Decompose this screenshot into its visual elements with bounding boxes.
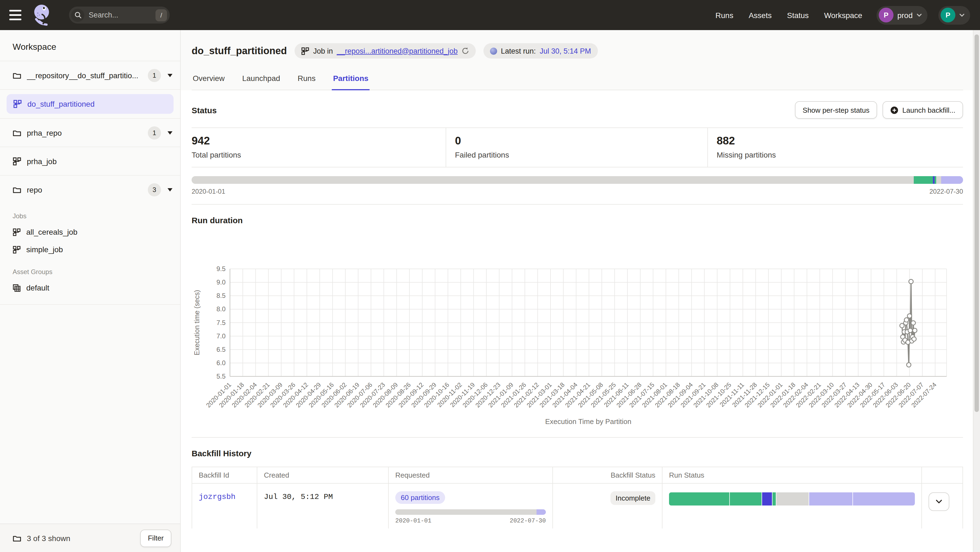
caret-down-icon[interactable]: [167, 74, 172, 77]
sidebar-item-prha-repo[interactable]: prha_repo 1: [0, 118, 180, 147]
col-created: Created: [257, 467, 388, 483]
repo-count-badge: 1: [148, 126, 161, 139]
tab-launchpad[interactable]: Launchpad: [241, 71, 282, 90]
repo-label: __repository__do_stuff_partitio...: [27, 71, 142, 79]
requested-partitions-pill[interactable]: 60 partitions: [395, 491, 445, 504]
search-icon: [71, 8, 84, 22]
chevron-down-icon: [935, 500, 942, 504]
svg-text:9.0: 9.0: [216, 278, 226, 286]
backfill-history-heading: Backfill History: [192, 449, 963, 458]
sidebar-item-prha-job[interactable]: prha_job: [0, 147, 180, 175]
latest-run-link[interactable]: Jul 30, 5:14 PM: [539, 47, 591, 55]
col-backfill-id: Backfill Id: [192, 467, 257, 483]
sidebar-item-do-stuff-partitioned[interactable]: do_stuff_partitioned: [6, 94, 173, 114]
job-icon: [13, 157, 21, 165]
caret-down-icon[interactable]: [167, 188, 172, 191]
sidebar-item-repo[interactable]: repo 3: [0, 175, 180, 203]
repo-label: prha_repo: [27, 128, 142, 137]
job-label: simple_job: [26, 245, 63, 254]
chevron-down-icon: [916, 12, 922, 18]
run-status-dot-icon: [490, 47, 497, 54]
total-partitions-label: Total partitions: [192, 151, 445, 159]
sidebar-item-simple-job[interactable]: simple_job: [0, 241, 180, 258]
backfill-id-link[interactable]: jozrgsbh: [199, 492, 235, 501]
missing-partitions-label: Missing partitions: [717, 151, 963, 159]
sidebar-item-repository-do-stuff[interactable]: __repository__do_stuff_partitio... 1: [0, 61, 180, 89]
svg-text:6.5: 6.5: [216, 346, 226, 353]
asset-group-icon: [13, 284, 21, 292]
tab-overview[interactable]: Overview: [192, 71, 226, 90]
deployment-switcher[interactable]: P prod: [877, 6, 928, 24]
chevron-down-icon: [959, 12, 965, 18]
launch-backfill-button[interactable]: Launch backfill...: [883, 101, 963, 119]
repo-count-badge: 3: [148, 183, 161, 196]
job-icon: [301, 47, 309, 55]
backfill-history-table: Backfill Id Created Requested Backfill S…: [192, 467, 963, 528]
jobs-section-label: Jobs: [0, 212, 180, 223]
job-location-link[interactable]: __reposi...artitioned@partitioned_job: [337, 47, 458, 55]
table-header-row: Backfill Id Created Requested Backfill S…: [192, 467, 963, 483]
nav-status[interactable]: Status: [787, 11, 809, 19]
deployment-name: prod: [897, 11, 913, 19]
show-per-step-status-button[interactable]: Show per-step status: [795, 101, 877, 119]
col-backfill-status: Backfill Status: [552, 467, 662, 483]
repo-count-badge: 1: [148, 69, 161, 82]
asset-group-label: default: [26, 283, 49, 292]
job-label: do_stuff_partitioned: [27, 100, 94, 108]
nav-runs[interactable]: Runs: [716, 11, 733, 19]
svg-text:Execution Time by Partition: Execution Time by Partition: [545, 417, 631, 426]
main-content: do_stuff_partitioned Job in __reposi...a…: [181, 30, 973, 552]
folder-icon: [13, 71, 21, 79]
tab-runs[interactable]: Runs: [296, 71, 317, 90]
svg-text:7.5: 7.5: [216, 319, 226, 326]
sidebar-title: Workspace: [0, 30, 180, 61]
sidebar-item-default-asset-group[interactable]: default: [0, 279, 180, 297]
dagster-logo-icon[interactable]: [33, 4, 51, 26]
job-icon: [13, 228, 21, 236]
tab-partitions[interactable]: Partitions: [332, 71, 369, 90]
scrollbar-thumb[interactable]: [975, 35, 979, 412]
reload-icon[interactable]: [461, 47, 469, 55]
svg-text:6.0: 6.0: [216, 359, 226, 366]
search-placeholder: Search...: [89, 11, 151, 19]
nav-assets[interactable]: Assets: [749, 11, 772, 19]
requested-range-start: 2020-01-01: [395, 517, 431, 524]
svg-text:8.5: 8.5: [216, 292, 226, 299]
caret-down-icon[interactable]: [167, 131, 172, 134]
filter-button[interactable]: Filter: [140, 529, 171, 547]
missing-partitions-value: 882: [717, 135, 963, 147]
nav-workspace[interactable]: Workspace: [824, 11, 862, 19]
job-icon: [13, 245, 21, 254]
vertical-scrollbar[interactable]: [973, 30, 980, 552]
run-duration-heading: Run duration: [192, 216, 963, 225]
job-tabs: Overview Launchpad Runs Partitions: [192, 71, 963, 90]
table-row: jozrgsbh Jul 30, 5:12 PM 60 partitions 2…: [192, 483, 963, 528]
latest-run-label: Latest run:: [501, 47, 536, 55]
backfill-status-badge: Incomplete: [611, 491, 655, 505]
backfill-created: Jul 30, 5:12 PM: [264, 492, 333, 501]
hamburger-menu-icon[interactable]: [8, 7, 23, 23]
user-menu[interactable]: P: [939, 6, 970, 24]
partition-status-bar[interactable]: [192, 176, 963, 184]
svg-text:7.0: 7.0: [216, 332, 226, 340]
sidebar-item-all-cereals-job[interactable]: all_cereals_job: [0, 223, 180, 241]
user-avatar: P: [940, 8, 955, 22]
requested-range-end: 2022-07-30: [510, 517, 546, 524]
top-nav-bar: Search... / Runs Assets Status Workspace…: [0, 0, 980, 30]
total-partitions-value: 942: [192, 135, 445, 147]
search-input[interactable]: Search... /: [69, 6, 170, 24]
col-requested: Requested: [388, 467, 552, 483]
repos-shown-count: 3 of 3 shown: [27, 534, 135, 542]
job-icon: [13, 100, 22, 108]
deployment-avatar: P: [879, 8, 894, 22]
failed-partitions-value: 0: [455, 135, 707, 147]
page-title: do_stuff_partitioned: [192, 45, 287, 57]
run-duration-chart: 9.59.08.58.07.57.06.56.05.52020-01-01202…: [192, 230, 963, 436]
app-window: Search... / Runs Assets Status Workspace…: [0, 0, 980, 552]
top-nav-links: Runs Assets Status Workspace: [716, 11, 862, 19]
expand-row-button[interactable]: [929, 492, 949, 511]
repo-label: repo: [27, 185, 142, 194]
folder-icon: [13, 534, 21, 542]
svg-text:5.5: 5.5: [216, 373, 226, 380]
run-status-bar[interactable]: [669, 492, 915, 506]
